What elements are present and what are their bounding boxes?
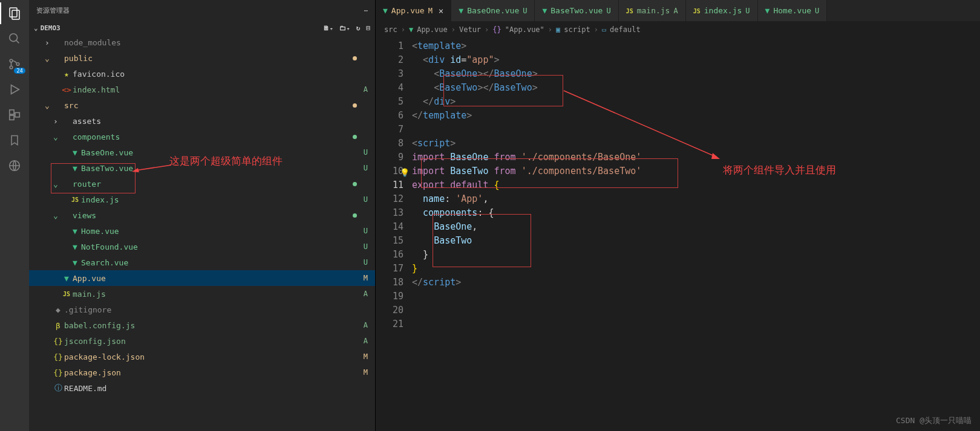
tab-status: U bbox=[523, 7, 527, 15]
line-number: 19 bbox=[376, 290, 403, 303]
tree-item-favicon-ico[interactable]: ★favicon.ico bbox=[29, 66, 375, 82]
tab-index-js[interactable]: JSindex.jsU bbox=[686, 0, 758, 21]
project-header[interactable]: ⌄DEMO3 🗎₊ 🗀₊ ↻ ⊟ bbox=[29, 21, 375, 34]
svg-point-2 bbox=[10, 34, 18, 42]
git-status: U bbox=[358, 164, 368, 172]
tree-label: node_modules bbox=[64, 38, 368, 47]
tree-item-babel-config-js[interactable]: βbabel.config.jsA bbox=[29, 317, 375, 333]
scm-icon[interactable]: 24 bbox=[7, 57, 22, 71]
close-icon[interactable]: × bbox=[439, 6, 443, 16]
tree-item-src[interactable]: ⌄src bbox=[29, 97, 375, 113]
tree-item-BaseOne-vue[interactable]: ▼BaseOne.vueU bbox=[29, 144, 375, 160]
tree-item-main-js[interactable]: JSmain.jsA bbox=[29, 286, 375, 302]
tab-BaseTwo-vue[interactable]: ▼BaseTwo.vueU bbox=[535, 0, 618, 21]
code-editor[interactable]: 123456789101112131415161718192021 <templ… bbox=[376, 38, 980, 431]
tree-label: assets bbox=[73, 117, 368, 126]
line-number: 2 bbox=[376, 53, 403, 67]
chevron-icon: › bbox=[42, 38, 52, 47]
tree-item-router[interactable]: ⌄router bbox=[29, 176, 375, 192]
html-icon: <> bbox=[60, 85, 73, 94]
collapse-icon[interactable]: ⊟ bbox=[366, 24, 370, 32]
tab-Home-vue[interactable]: ▼Home.vueU bbox=[758, 0, 828, 21]
tab-BaseOne-vue[interactable]: ▼BaseOne.vueU bbox=[451, 0, 535, 21]
tree-item-Search-vue[interactable]: ▼Search.vueU bbox=[29, 254, 375, 270]
tree-label: package-lock.json bbox=[64, 352, 358, 361]
line-number: 11 bbox=[376, 178, 403, 192]
line-number: 17 bbox=[376, 262, 403, 276]
code-line: } bbox=[412, 248, 980, 262]
scm-badge: 24 bbox=[14, 68, 25, 74]
tree-item-BaseTwo-vue[interactable]: ▼BaseTwo.vueU bbox=[29, 160, 375, 176]
tree-item-node_modules[interactable]: ›node_modules bbox=[29, 34, 375, 50]
tree-label: main.js bbox=[73, 290, 358, 299]
chevron-icon: ⌄ bbox=[51, 180, 60, 189]
bc-vetur: Vetur bbox=[459, 25, 481, 34]
tree-item-NotFound-vue[interactable]: ▼NotFound.vueU bbox=[29, 239, 375, 254]
tree-item--gitignore[interactable]: ◆.gitignore bbox=[29, 302, 375, 317]
bookmark-icon[interactable] bbox=[7, 133, 22, 147]
code-line: name: 'App', bbox=[412, 192, 980, 206]
tree-item-jsconfig-json[interactable]: {}jsconfig.jsonA bbox=[29, 333, 375, 349]
chevron-icon: ⌄ bbox=[51, 211, 60, 220]
sidebar-more-icon[interactable]: ⋯ bbox=[364, 7, 368, 15]
var-icon: ▭ bbox=[602, 25, 606, 34]
chevron-icon: ⌄ bbox=[42, 101, 52, 110]
tree-item-assets[interactable]: ›assets bbox=[29, 113, 375, 129]
code-line: <BaseTwo></BaseTwo> bbox=[412, 81, 980, 95]
explorer-icon[interactable] bbox=[7, 6, 22, 21]
git-status: U bbox=[358, 195, 368, 204]
tree-label: .gitignore bbox=[64, 305, 368, 314]
tree-item-App-vue[interactable]: ▼App.vueM bbox=[29, 270, 375, 286]
vue-icon: ▼ bbox=[69, 164, 81, 173]
tab-main-js[interactable]: JSmain.jsA bbox=[619, 0, 686, 21]
git-status: U bbox=[358, 258, 368, 267]
tree-item-index-js[interactable]: JSindex.jsU bbox=[29, 192, 375, 207]
bc-app: "App.vue" bbox=[505, 25, 544, 34]
line-number: 6 bbox=[376, 109, 403, 123]
bc-src: src bbox=[384, 25, 397, 34]
vue-icon: ▼ bbox=[69, 258, 81, 267]
tree-item-package-json[interactable]: {}package.jsonM bbox=[29, 365, 375, 380]
tree-item-public[interactable]: ⌄public bbox=[29, 50, 375, 66]
code-line: BaseOne, bbox=[412, 220, 980, 234]
tree-label: package.json bbox=[64, 368, 358, 377]
line-number: 12 bbox=[376, 192, 403, 206]
braces-icon: {} bbox=[492, 25, 501, 34]
js-icon: JS bbox=[626, 6, 633, 15]
tree-label: src bbox=[64, 101, 368, 110]
tree-label: jsconfig.json bbox=[64, 337, 358, 346]
tree-item-README-md[interactable]: ⓘREADME.md bbox=[29, 380, 375, 396]
code-line: 💡import BaseTwo from './components/BaseT… bbox=[412, 164, 980, 178]
git-status: M bbox=[358, 368, 368, 377]
git-status: M bbox=[358, 352, 368, 361]
new-file-icon[interactable]: 🗎₊ bbox=[323, 24, 334, 32]
svg-marker-7 bbox=[11, 85, 19, 94]
code-line: BaseTwo bbox=[412, 234, 980, 248]
tree-item-index-html[interactable]: <>index.htmlA bbox=[29, 82, 375, 97]
tree-item-package-lock-json[interactable]: {}package-lock.jsonM bbox=[29, 349, 375, 365]
explorer-sidebar: 资源管理器 ⋯ ⌄DEMO3 🗎₊ 🗀₊ ↻ ⊟ ›node_modules⌄p… bbox=[29, 0, 375, 431]
cube-icon: ▣ bbox=[556, 25, 560, 34]
breadcrumbs[interactable]: src› ▼App.vue› Vetur› {}"App.vue"› ▣scri… bbox=[376, 21, 980, 38]
tree-item-components[interactable]: ⌄components bbox=[29, 129, 375, 144]
new-folder-icon[interactable]: 🗀₊ bbox=[339, 24, 350, 32]
debug-icon[interactable] bbox=[7, 82, 22, 97]
tree-label: index.html bbox=[73, 85, 358, 94]
tree-item-Home-vue[interactable]: ▼Home.vueU bbox=[29, 223, 375, 239]
tree-label: App.vue bbox=[73, 274, 358, 283]
extensions-icon[interactable] bbox=[7, 108, 22, 122]
refresh-icon[interactable]: ↻ bbox=[356, 24, 361, 32]
tree-label: favicon.ico bbox=[73, 70, 368, 79]
code-line: } bbox=[412, 262, 980, 276]
git-status: U bbox=[358, 227, 368, 235]
activity-bar: 24 bbox=[0, 0, 29, 431]
babel-icon: β bbox=[52, 321, 64, 330]
tab-label: BaseTwo.vue bbox=[550, 6, 603, 15]
line-gutter: 123456789101112131415161718192021 bbox=[376, 38, 412, 431]
tab-App-vue[interactable]: ▼App.vueM× bbox=[376, 0, 451, 21]
vue-icon: ▼ bbox=[69, 148, 81, 157]
search-icon[interactable] bbox=[7, 31, 22, 46]
tree-item-views[interactable]: ⌄views bbox=[29, 207, 375, 223]
tree-label: babel.config.js bbox=[64, 321, 358, 330]
remote-icon[interactable] bbox=[7, 158, 22, 173]
